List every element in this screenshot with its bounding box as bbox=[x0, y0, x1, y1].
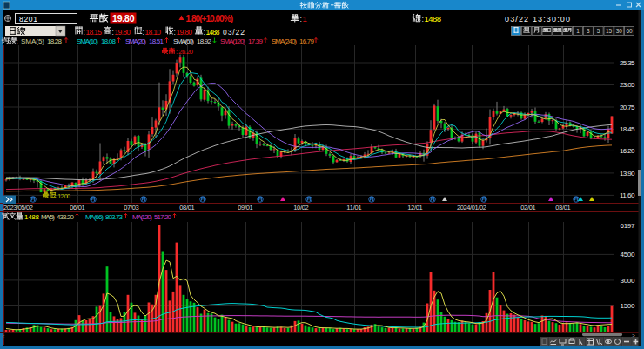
svg-text:1500: 1500 bbox=[621, 302, 636, 310]
svg-text:06/01: 06/01 bbox=[70, 204, 85, 211]
svg-text:3000: 3000 bbox=[621, 277, 636, 285]
svg-text:803.73: 803.73 bbox=[105, 213, 124, 221]
svg-text:517.20: 517.20 bbox=[154, 213, 172, 221]
svg-text:SMA(20): SMA(20) bbox=[125, 37, 146, 45]
svg-text:30: 30 bbox=[616, 28, 623, 34]
svg-text:1: 1 bbox=[303, 14, 307, 23]
svg-text:18.45: 18.45 bbox=[620, 125, 635, 133]
svg-text:2023/05/02: 2023/05/02 bbox=[3, 204, 33, 211]
svg-text:15: 15 bbox=[606, 28, 613, 34]
svg-text:4500: 4500 bbox=[621, 251, 636, 258]
svg-text:SMA(240): SMA(240) bbox=[272, 37, 297, 45]
svg-text:10/02: 10/02 bbox=[293, 204, 309, 211]
svg-text:18.28: 18.28 bbox=[47, 37, 63, 45]
svg-text::: : bbox=[17, 37, 18, 45]
svg-text:3: 3 bbox=[587, 28, 590, 34]
svg-text:17.39: 17.39 bbox=[248, 37, 264, 45]
svg-text:SMA(60): SMA(60) bbox=[173, 37, 194, 45]
svg-text:08/01: 08/01 bbox=[179, 204, 195, 211]
svg-text:1488: 1488 bbox=[425, 14, 442, 23]
svg-text:1488: 1488 bbox=[24, 213, 40, 221]
svg-text:11/01: 11/01 bbox=[346, 204, 362, 211]
svg-text:23.05: 23.05 bbox=[620, 81, 635, 89]
svg-text:03/01: 03/01 bbox=[555, 204, 571, 211]
svg-text:1488: 1488 bbox=[206, 28, 220, 37]
svg-text:5: 5 bbox=[597, 28, 600, 34]
svg-text:2024/01/02: 2024/01/02 bbox=[457, 204, 486, 211]
svg-text:19.80: 19.80 bbox=[177, 28, 193, 37]
svg-text:18.08: 18.08 bbox=[101, 37, 117, 45]
svg-text:: 26.20: : 26.20 bbox=[176, 48, 193, 56]
svg-text:8201: 8201 bbox=[19, 15, 37, 23]
svg-text:02/01: 02/01 bbox=[520, 204, 536, 211]
svg-text:SMA(10): SMA(10) bbox=[77, 37, 98, 45]
svg-text:07/03: 07/03 bbox=[124, 204, 139, 211]
svg-text:03/22: 03/22 bbox=[223, 28, 245, 37]
svg-text:11.60: 11.60 bbox=[620, 191, 635, 199]
svg-text:19.80: 19.80 bbox=[112, 13, 135, 23]
svg-text:12/01: 12/01 bbox=[407, 204, 423, 211]
svg-text:09/01: 09/01 bbox=[238, 204, 253, 211]
svg-text:13.90: 13.90 bbox=[620, 170, 635, 178]
svg-text:20.75: 20.75 bbox=[620, 104, 635, 111]
svg-text:18.15: 18.15 bbox=[86, 28, 103, 37]
svg-text:1: 1 bbox=[576, 28, 580, 34]
svg-text:MA(5): MA(5) bbox=[41, 213, 55, 221]
svg-text:1.80(+10.00%): 1.80(+10.00%) bbox=[186, 14, 234, 23]
svg-text:MA(66): MA(66) bbox=[85, 213, 104, 221]
svg-text:6197: 6197 bbox=[621, 222, 636, 230]
svg-text:: 12.00: : 12.00 bbox=[56, 192, 70, 200]
svg-text:60: 60 bbox=[626, 28, 633, 34]
svg-text:25.35: 25.35 bbox=[620, 59, 635, 67]
svg-text:18.10: 18.10 bbox=[145, 28, 162, 37]
svg-text:16.79: 16.79 bbox=[299, 37, 315, 45]
svg-text:433.20: 433.20 bbox=[57, 213, 75, 221]
svg-text:SMA(5): SMA(5) bbox=[21, 37, 44, 45]
svg-text:18.51: 18.51 bbox=[149, 37, 164, 45]
svg-text:SMA(120): SMA(120) bbox=[220, 37, 245, 45]
svg-text:MA(120): MA(120) bbox=[132, 213, 152, 221]
svg-text:18.92: 18.92 bbox=[197, 37, 212, 45]
svg-text:16.20: 16.20 bbox=[620, 147, 635, 155]
svg-text:<: < bbox=[2, 333, 5, 339]
svg-text:19.80: 19.80 bbox=[115, 28, 131, 37]
